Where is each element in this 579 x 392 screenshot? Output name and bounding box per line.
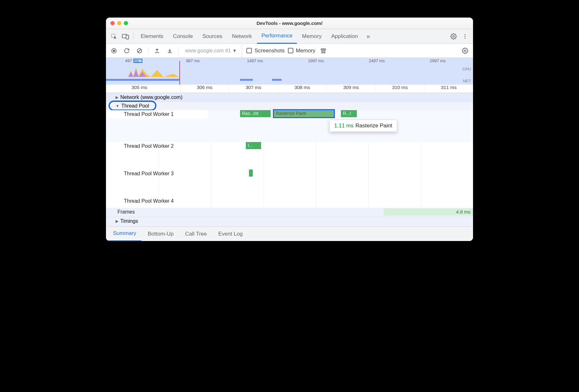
network-section[interactable]: ▶ Network (www.google.com)	[106, 93, 473, 102]
performance-toolbar: www.google.com #1 ▾ Screenshots Memory	[106, 44, 473, 58]
svg-point-8	[113, 49, 115, 52]
disclosure-triangle-icon[interactable]: ▶	[116, 95, 118, 100]
timeline-overview[interactable]: 497 ms997 ms 1497 ms1997 ms 2497 ms2997 …	[106, 58, 473, 85]
profile-selector[interactable]: www.google.com #1 ▾	[183, 44, 242, 58]
disclosure-triangle-icon[interactable]: ▶	[116, 219, 118, 223]
tab-network[interactable]: Network	[228, 29, 256, 44]
clear-icon[interactable]	[135, 46, 144, 56]
more-tabs-icon[interactable]: »	[363, 31, 374, 42]
devtools-window: DevTools - www.google.com/ Elements Cons…	[106, 18, 473, 241]
net-label: NET	[463, 79, 471, 83]
profile-selector-label: www.google.com #1	[185, 48, 231, 54]
detail-tab-calltree[interactable]: Call Tree	[180, 227, 212, 241]
worker2-label: Thread Pool Worker 2	[106, 142, 208, 150]
worker1-label: Thread Pool Worker 1	[106, 110, 208, 118]
window-title: DevTools - www.google.com/	[106, 20, 473, 26]
detail-tab-eventlog[interactable]: Event Log	[213, 227, 248, 241]
frame-block[interactable]: 4.8 ms	[384, 208, 473, 215]
event-tiny[interactable]	[249, 170, 253, 177]
svg-point-6	[465, 37, 466, 38]
threadpool-section-label: Thread Pool	[121, 103, 149, 109]
overview-selection[interactable]	[133, 59, 142, 63]
tab-performance[interactable]: Performance	[257, 29, 297, 44]
titlebar: DevTools - www.google.com/	[106, 18, 473, 29]
separator	[133, 33, 134, 40]
inspect-element-icon[interactable]	[109, 31, 119, 42]
reload-icon[interactable]	[122, 46, 132, 56]
threadpool-section[interactable]: ▼ Thread Pool	[106, 102, 473, 110]
event-rasterize-short[interactable]: R...t	[341, 110, 357, 117]
svg-point-5	[465, 36, 466, 37]
worker3-label: Thread Pool Worker 3	[106, 170, 208, 178]
kebab-menu-icon[interactable]	[460, 31, 470, 42]
event-rasterize-selected[interactable]: Rasterize Paint	[274, 110, 334, 117]
frames-row[interactable]: Frames 4.8 ms	[106, 208, 473, 217]
worker4-row: Thread Pool Worker 4	[106, 197, 473, 208]
tooltip-name: Rasterize Paint	[355, 123, 392, 129]
download-icon[interactable]	[165, 46, 175, 56]
settings-icon[interactable]	[448, 31, 459, 42]
flame-chart[interactable]: ▶ Network (www.google.com) ▼ Thread Pool…	[106, 93, 473, 226]
device-toolbar-icon[interactable]	[120, 31, 131, 42]
svg-point-10	[464, 50, 466, 51]
disclosure-triangle-icon[interactable]: ▼	[116, 104, 119, 108]
chevron-down-icon: ▾	[233, 48, 236, 54]
capture-settings-icon[interactable]	[460, 46, 470, 56]
memory-checkbox[interactable]: Memory	[288, 48, 315, 54]
worker4-label: Thread Pool Worker 4	[106, 197, 208, 205]
frames-label: Frames	[106, 208, 154, 216]
marker-line	[179, 61, 180, 85]
record-icon[interactable]	[109, 46, 119, 56]
detail-tab-bottomup[interactable]: Bottom-Up	[143, 227, 179, 241]
flame-ruler[interactable]: 305 ms306 ms307 ms 308 ms309 ms310 ms 31…	[106, 85, 473, 93]
svg-rect-2	[126, 35, 129, 39]
timings-label: Timings	[120, 218, 138, 224]
event-tooltip: 1.11 msRasterize Paint	[329, 120, 397, 132]
detail-tabbar: Summary Bottom-Up Call Tree Event Log	[106, 226, 473, 241]
timings-section[interactable]: ▶ Timings	[106, 217, 473, 226]
detail-tab-summary[interactable]: Summary	[108, 227, 141, 241]
tooltip-duration: 1.11 ms	[334, 123, 353, 129]
tab-application[interactable]: Application	[327, 29, 362, 44]
tab-sources[interactable]: Sources	[198, 29, 227, 44]
worker1-row: Thread Pool Worker 1 Ras...int Rasterize…	[106, 110, 473, 142]
tab-console[interactable]: Console	[169, 29, 197, 44]
svg-point-4	[465, 34, 466, 35]
worker2-row: Thread Pool Worker 2 I...	[106, 142, 473, 170]
event-image[interactable]: I...	[246, 142, 261, 149]
network-section-label: Network (www.google.com)	[120, 94, 183, 100]
tab-elements[interactable]: Elements	[136, 29, 168, 44]
overview-ticks: 497 ms997 ms 1497 ms1997 ms 2497 ms2997 …	[106, 58, 473, 63]
garbage-collect-icon[interactable]	[319, 46, 328, 56]
upload-icon[interactable]	[152, 46, 162, 56]
event-rasterize[interactable]: Ras...int	[240, 110, 271, 117]
screenshots-checkbox[interactable]: Screenshots	[246, 48, 285, 54]
panel-tabbar: Elements Console Sources Network Perform…	[106, 29, 473, 44]
overview-activity	[128, 64, 179, 77]
svg-point-3	[453, 35, 455, 37]
tab-memory[interactable]: Memory	[297, 29, 326, 44]
cpu-label: CPU	[462, 67, 471, 72]
worker3-row: Thread Pool Worker 3	[106, 170, 473, 197]
